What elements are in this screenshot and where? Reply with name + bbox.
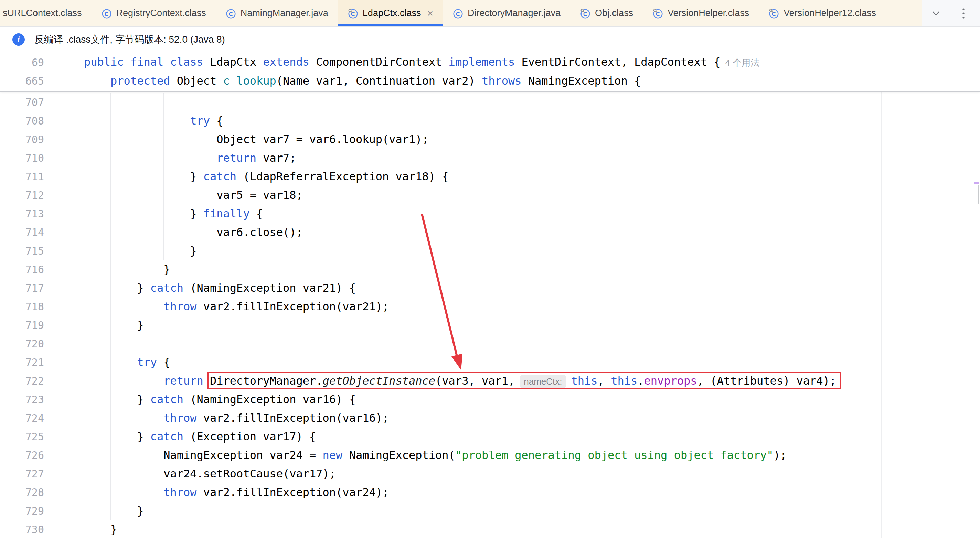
code-line-709[interactable]: 709 Object var7 = var6.lookup(var1); (0, 130, 980, 149)
line-number: 714 (0, 226, 44, 238)
decompiled-class-icon: C (580, 8, 591, 19)
code-line-708[interactable]: 708 try { (0, 111, 980, 130)
code-line-716[interactable]: 716 } (0, 260, 980, 279)
editor-tab-bar: sURLContext.classCRegistryContext.classC… (0, 0, 980, 27)
code-line-714[interactable]: 714 var6.close(); (0, 223, 980, 241)
code-text: throw var2.fillInException(var21); (44, 297, 389, 316)
editor-tab-versionhelper12-class[interactable]: CVersionHelper12.class (759, 0, 886, 27)
code-line-729[interactable]: 729 } (0, 501, 980, 520)
line-number: 69 (0, 56, 44, 68)
line-number: 665 (0, 75, 44, 87)
code-text: var5 = var18; (44, 186, 303, 204)
sticky-pinned-lines: 69public final class LdapCtx extends Com… (0, 52, 980, 92)
code-text: var24.setRootCause(var17); (44, 464, 336, 483)
line-number: 729 (0, 505, 44, 517)
code-line-720[interactable]: 720 (0, 334, 980, 353)
code-text: return DirectoryManager.getObjectInstanc… (44, 371, 836, 390)
line-number: 711 (0, 171, 44, 183)
line-number: 710 (0, 152, 44, 164)
code-line-712[interactable]: 712 var5 = var18; (0, 186, 980, 204)
class-icon: C (225, 8, 236, 19)
code-line-717[interactable]: 717 } catch (NamingException var21) { (0, 279, 980, 297)
code-line-727[interactable]: 727 var24.setRootCause(var17); (0, 464, 980, 483)
code-line-710[interactable]: 710 return var7; (0, 149, 980, 167)
code-text: } (44, 241, 197, 260)
class-icon: C (452, 8, 463, 19)
tab-label: Obj.class (595, 8, 633, 19)
code-line-713[interactable]: 713 } finally { (0, 204, 980, 223)
tab-label: LdapCtx.class (363, 8, 421, 19)
code-text: try { (44, 353, 170, 371)
decompiled-class-icon: C (348, 8, 358, 19)
kebab-menu-icon[interactable] (957, 7, 970, 20)
code-line-726[interactable]: 726 NamingException var24 = new NamingEx… (0, 446, 980, 464)
code-line-69[interactable]: 69public final class LdapCtx extends Com… (0, 53, 980, 71)
code-text: } catch (LdapReferralException var18) { (44, 167, 449, 186)
line-number: 728 (0, 486, 44, 498)
parameter-hint-chip: nameCtx: (520, 375, 566, 388)
line-number: 724 (0, 412, 44, 424)
class-icon: C (101, 8, 112, 19)
code-text: } (44, 260, 170, 279)
editor-tab-directorymanager-java[interactable]: CDirectoryManager.java (443, 0, 570, 27)
line-number: 726 (0, 449, 44, 461)
svg-text:C: C (104, 11, 108, 17)
code-line-711[interactable]: 711 } catch (LdapReferralException var18… (0, 167, 980, 186)
code-text: } (44, 316, 143, 334)
code-line-718[interactable]: 718 throw var2.fillInException(var21); (0, 297, 980, 316)
code-text: } finally { (44, 204, 263, 223)
svg-text:C: C (456, 11, 460, 17)
code-text: } (44, 520, 117, 538)
banner-text: 反编译 .class文件, 字节码版本: 52.0 (Java 8) (34, 33, 225, 46)
line-number: 707 (0, 96, 44, 108)
code-line-723[interactable]: 723 } catch (NamingException var16) { (0, 390, 980, 409)
code-line-707[interactable]: 707 (0, 93, 980, 111)
code-text: Object var7 = var6.lookup(var1); (44, 130, 429, 149)
code-line-722[interactable]: 722 return DirectoryManager.getObjectIns… (0, 371, 980, 390)
scrollbar-thumb[interactable] (978, 185, 979, 204)
code-line-719[interactable]: 719 } (0, 316, 980, 334)
line-number: 718 (0, 301, 44, 313)
code-text: } (44, 501, 143, 520)
line-number: 716 (0, 263, 44, 276)
line-number: 730 (0, 524, 44, 536)
code-text: try { (44, 111, 223, 130)
code-editor[interactable]: 707708 try {709 Object var7 = var6.looku… (0, 92, 980, 538)
editor-tab-namingmanager-java[interactable]: CNamingManager.java (216, 0, 338, 27)
code-text: protected Object c_lookup(Name var1, Con… (44, 71, 641, 90)
editor-tab-ldapctx-class[interactable]: CLdapCtx.class× (338, 0, 443, 27)
tab-strip: sURLContext.classCRegistryContext.classC… (0, 0, 922, 27)
editor-tab-obj-class[interactable]: CObj.class (570, 0, 643, 27)
code-text: return var7; (44, 149, 296, 167)
code-text: } catch (Exception var17) { (44, 427, 316, 446)
code-text: throw var2.fillInException(var16); (44, 409, 389, 427)
code-line-725[interactable]: 725 } catch (Exception var17) { (0, 427, 980, 446)
tab-label: VersionHelper.class (668, 8, 749, 19)
code-line-724[interactable]: 724 throw var2.fillInException(var16); (0, 409, 980, 427)
chevron-down-icon[interactable] (930, 7, 942, 20)
line-number: 719 (0, 319, 44, 331)
tab-close-icon[interactable]: × (427, 8, 433, 19)
code-line-715[interactable]: 715 } (0, 241, 980, 260)
decompiled-class-icon: C (768, 8, 780, 19)
code-text: var6.close(); (44, 223, 303, 241)
code-line-728[interactable]: 728 throw var2.fillInException(var24); (0, 483, 980, 501)
code-line-721[interactable]: 721 try { (0, 353, 980, 371)
line-number: 715 (0, 245, 44, 257)
decompile-notice-banner: i 反编译 .class文件, 字节码版本: 52.0 (Java 8) (0, 27, 980, 52)
code-line-665[interactable]: 665 protected Object c_lookup(Name var1,… (0, 71, 980, 90)
tab-label: VersionHelper12.class (784, 8, 876, 19)
tab-label: DirectoryManager.java (468, 8, 560, 19)
code-line-730[interactable]: 730 } (0, 520, 980, 538)
line-number: 709 (0, 133, 44, 146)
line-number: 720 (0, 338, 44, 350)
code-text: public final class LdapCtx extends Compo… (44, 52, 759, 72)
annotation-highlight-box: DirectoryManager.getObjectInstance(var3,… (210, 374, 836, 387)
code-area: 707708 try {709 Object var7 = var6.looku… (0, 93, 980, 538)
editor-tab-surlcontext-class[interactable]: sURLContext.class (0, 0, 92, 27)
editor-tab-versionhelper-class[interactable]: CVersionHelper.class (643, 0, 759, 27)
info-icon: i (13, 33, 25, 46)
tab-label: RegistryContext.class (116, 8, 206, 19)
editor-tab-registrycontext-class[interactable]: CRegistryContext.class (92, 0, 216, 27)
tab-label: NamingManager.java (240, 8, 328, 19)
